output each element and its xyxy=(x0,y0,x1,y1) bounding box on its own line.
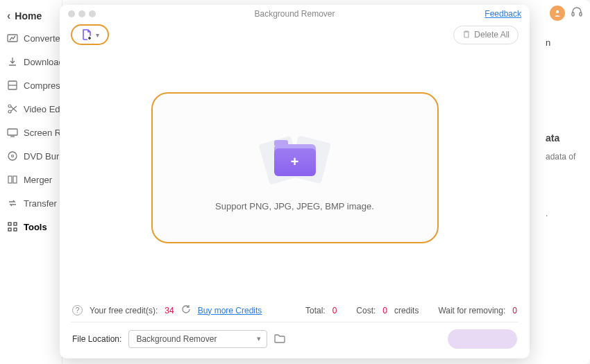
delete-all-label: Delete All xyxy=(474,30,509,40)
cost-label: Cost: xyxy=(356,306,376,315)
svg-rect-11 xyxy=(8,228,11,231)
screen-icon xyxy=(7,127,18,138)
home-nav[interactable]: ‹ Home xyxy=(0,6,62,26)
avatar[interactable] xyxy=(550,6,565,21)
bg-frag: n xyxy=(546,33,580,52)
folder-icon[interactable] xyxy=(274,333,285,345)
folder-plus-icon: + xyxy=(250,125,340,187)
dropzone-text: Support PNG, JPG, JPEG, BMP image. xyxy=(215,201,374,211)
modal-body: + Support PNG, JPG, JPEG, BMP image. xyxy=(60,49,530,300)
delete-all-button[interactable]: Delete All xyxy=(453,26,519,44)
background-remover-modal: Background Remover Feedback ▾ Delete All… xyxy=(60,5,530,358)
svg-point-3 xyxy=(8,105,11,107)
wait-label: Wait for removing: xyxy=(438,306,505,315)
file-location-label: File Location: xyxy=(72,334,121,344)
converter-icon xyxy=(7,33,18,44)
modal-toolbar: ▾ Delete All xyxy=(60,20,530,49)
sidebar-item-label: Compressor xyxy=(24,80,62,91)
file-location-value: Background Remover xyxy=(136,334,217,344)
sidebar-item-label: Converter xyxy=(24,33,62,44)
chevron-left-icon: ‹ xyxy=(7,10,10,22)
start-button xyxy=(448,329,517,349)
svg-rect-10 xyxy=(14,223,17,225)
svg-rect-7 xyxy=(8,176,12,183)
file-location-row: File Location: Background Remover xyxy=(60,324,530,358)
svg-point-5 xyxy=(8,152,17,160)
svg-point-6 xyxy=(12,155,14,157)
credits-value: 34 xyxy=(165,306,174,315)
add-document-icon xyxy=(81,28,93,41)
dropzone[interactable]: + Support PNG, JPG, JPEG, BMP image. xyxy=(151,92,439,243)
sidebar-item-label: Screen Recorder xyxy=(24,128,62,138)
buy-credits-link[interactable]: Buy more Credits xyxy=(198,306,262,315)
svg-rect-8 xyxy=(13,176,17,183)
modal-titlebar: Background Remover Feedback xyxy=(60,5,530,20)
sidebar-item-label: DVD Burner xyxy=(24,151,62,162)
svg-point-2 xyxy=(8,110,11,113)
svg-point-13 xyxy=(556,10,559,13)
svg-rect-9 xyxy=(8,223,11,225)
wait-value: 0 xyxy=(512,306,517,315)
sidebar-item-label: Merger xyxy=(24,175,52,185)
scissors-icon xyxy=(7,103,18,114)
sidebar-item-merger[interactable]: Merger xyxy=(0,168,62,191)
cost-unit: credits xyxy=(394,306,419,315)
divider xyxy=(71,322,519,322)
compress-icon xyxy=(7,80,18,91)
sidebar-item-video-editor[interactable]: Video Editor xyxy=(0,97,62,121)
sidebar-item-converter[interactable]: Converter xyxy=(0,26,62,50)
bg-heading: ata xyxy=(546,128,580,148)
bg-frag: adata of xyxy=(546,148,580,166)
sidebar-item-tools[interactable]: Tools xyxy=(0,215,62,239)
grid-icon xyxy=(7,221,18,232)
sidebar-item-label: Tools xyxy=(24,222,47,232)
cost-value: 0 xyxy=(382,306,387,315)
sidebar-item-transfer[interactable]: Transfer xyxy=(0,191,62,215)
headset-icon[interactable] xyxy=(571,6,583,21)
download-icon xyxy=(7,56,18,67)
help-icon[interactable]: ? xyxy=(72,305,83,315)
app-corner xyxy=(550,6,583,21)
refresh-icon[interactable] xyxy=(181,304,191,316)
total-value: 0 xyxy=(332,306,337,315)
merge-icon xyxy=(7,174,18,185)
trash-icon xyxy=(462,30,471,40)
background-content: n ata adata of . xyxy=(546,33,580,223)
sidebar-item-label: Downloader xyxy=(24,57,62,67)
sidebar-item-label: Transfer xyxy=(24,198,57,209)
file-location-select[interactable]: Background Remover xyxy=(128,330,267,348)
sidebar: ‹ Home Converter Downloader Compressor V… xyxy=(0,0,62,364)
bg-frag: . xyxy=(546,205,580,223)
svg-rect-4 xyxy=(8,129,17,135)
home-label: Home xyxy=(15,10,42,21)
sidebar-item-downloader[interactable]: Downloader xyxy=(0,50,62,73)
sidebar-item-screen-recorder[interactable]: Screen Recorder xyxy=(0,121,62,144)
credits-row: ? Your free credit(s): 34 Buy more Credi… xyxy=(60,300,530,320)
disc-icon xyxy=(7,150,18,162)
sidebar-item-label: Video Editor xyxy=(24,104,62,114)
total-label: Total: xyxy=(305,306,326,315)
sidebar-item-dvd-burner[interactable]: DVD Burner xyxy=(0,144,62,168)
credits-label: Your free credit(s): xyxy=(90,306,158,315)
transfer-icon xyxy=(7,198,18,209)
svg-rect-12 xyxy=(14,228,17,231)
chevron-down-icon: ▾ xyxy=(96,31,99,39)
modal-title: Background Remover xyxy=(60,9,530,19)
add-image-button[interactable]: ▾ xyxy=(71,24,109,45)
feedback-link[interactable]: Feedback xyxy=(484,9,521,19)
sidebar-item-compressor[interactable]: Compressor xyxy=(0,73,62,97)
